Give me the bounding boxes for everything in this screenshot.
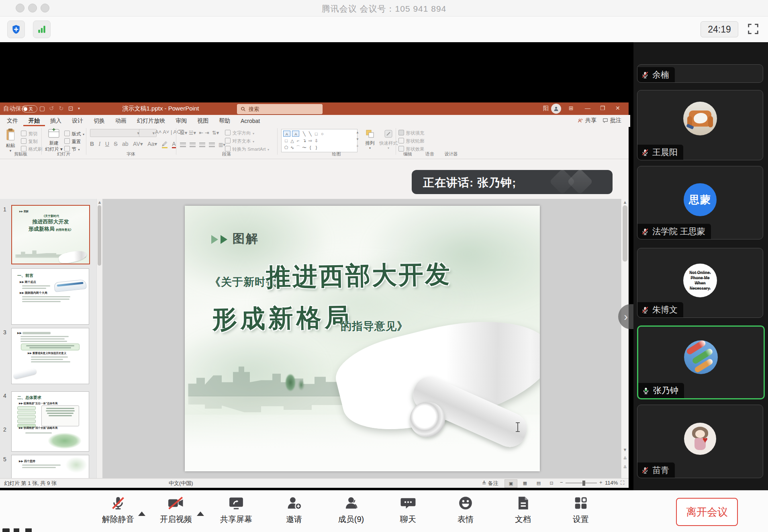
zoom-out-icon[interactable]: −	[560, 479, 563, 485]
tab-review[interactable]: 审阅	[170, 116, 192, 126]
slide-editing-area[interactable]: 图解 《关于新时代 推进西部大开发 形成新格局 的指导意见》	[185, 206, 540, 471]
notes-button[interactable]: ≜ 备注	[482, 480, 498, 487]
tab-slideshow[interactable]: 幻灯片放映	[132, 116, 170, 126]
reset-button[interactable]: 重置	[64, 137, 81, 145]
quick-access-caret-icon[interactable]: ▾	[78, 106, 80, 110]
docs-button[interactable]: 文档	[497, 495, 549, 525]
slideshow-icon[interactable]: ⊡	[68, 105, 74, 112]
fit-to-window-icon[interactable]: ⛶	[621, 480, 624, 486]
change-case-icon[interactable]: Aa▾	[147, 141, 157, 147]
char-spacing-icon[interactable]: AV▾	[133, 141, 143, 147]
slide-thumbnail-2[interactable]: 一、前言 ▶▶ 两个起点 ▶▶ 国际国内两个大局	[11, 268, 89, 325]
emoji-button[interactable]: 表情	[439, 495, 492, 525]
arrange-button[interactable]: 排列 ▾	[362, 129, 378, 150]
underline-icon[interactable]: U	[105, 141, 109, 147]
cut-button[interactable]: 剪切	[21, 130, 37, 137]
settings-button[interactable]: 设置	[555, 495, 607, 525]
comments-button[interactable]: 批注	[603, 117, 621, 124]
redo-icon[interactable]: ↻	[59, 105, 64, 112]
ppt-search-box[interactable]: 搜索	[237, 104, 323, 114]
textbox-v-icon[interactable]: A	[292, 131, 299, 137]
highlight-color-icon[interactable]: 🖉	[162, 141, 167, 148]
undo-icon[interactable]: ↺	[49, 105, 54, 112]
copy-button[interactable]: 复制	[21, 137, 37, 145]
autosave-toggle[interactable]: 关	[22, 105, 37, 113]
shapes-gallery[interactable]: A A ╲╲□○ □△⌐↴⇨⇩ ⬠∿⌒〜{}	[281, 129, 357, 152]
shapes-gallery-scroll[interactable]: ▲▼≡	[355, 129, 360, 149]
ppt-vertical-scrollbar[interactable]: ▲ ▼ ≙ ≚	[621, 199, 629, 478]
language-status[interactable]: 中文(中国)	[169, 480, 193, 487]
font-name-select[interactable]: ▾	[90, 129, 141, 137]
justify-icon[interactable]	[209, 143, 215, 147]
zoom-level[interactable]: 114%	[605, 480, 618, 486]
thumbnail-scrollbar[interactable]: ▲	[96, 199, 102, 478]
paste-button[interactable]: 粘贴 ▾	[2, 128, 18, 153]
participant-tile[interactable]: 余楠	[637, 64, 763, 83]
slideshow-view-icon[interactable]: ⊡	[545, 479, 558, 487]
share-screen-button[interactable]: 共享屏幕	[210, 495, 262, 525]
quick-styles-button[interactable]: 快速样式 ▾	[379, 129, 398, 150]
tab-insert[interactable]: 插入	[45, 116, 67, 126]
security-button[interactable]	[7, 20, 25, 38]
scrollbar-thumb[interactable]	[623, 205, 627, 262]
scroll-up-icon[interactable]: ▲	[97, 200, 102, 205]
video-options-caret[interactable]	[197, 512, 204, 516]
previous-slide-icon[interactable]: ≙	[621, 456, 629, 461]
tab-acrobat[interactable]: Acrobat	[235, 116, 265, 126]
new-slide-button[interactable]: 新建 幻灯片 ▾	[45, 128, 63, 152]
ppt-minimize-icon[interactable]: —	[585, 105, 590, 111]
next-slide-icon[interactable]: ≚	[621, 465, 629, 470]
tab-help[interactable]: 帮助	[214, 116, 235, 126]
participant-tile[interactable]: ♥ 苗青	[637, 405, 763, 478]
zoom-in-icon[interactable]: +	[599, 479, 603, 485]
normal-view-icon[interactable]: ▣	[505, 479, 517, 488]
ribbon-display-icon[interactable]: ⊞	[569, 105, 574, 111]
slide-thumbnail-5[interactable]: ▶▶ 四个坚持	[11, 455, 89, 478]
tab-view[interactable]: 视图	[192, 116, 214, 126]
chat-button[interactable]: 聊天	[382, 495, 434, 525]
user-avatar[interactable]	[551, 104, 561, 114]
invite-button[interactable]: 邀请	[268, 495, 320, 525]
tab-design[interactable]: 设计	[67, 116, 88, 126]
scroll-up-icon[interactable]: ▲	[621, 200, 629, 205]
shape-outline-button[interactable]: 形状轮廓	[398, 137, 424, 144]
mic-options-caret[interactable]	[138, 512, 145, 516]
start-video-button[interactable]: 开启视频	[150, 495, 202, 525]
slide-thumbnail-1[interactable]: ▶▶ 图解 《关于新时代 推进西部大开发 形成新格局 的指导意见》	[11, 205, 90, 264]
tab-transitions[interactable]: 切换	[88, 116, 110, 126]
zoom-slider-thumb[interactable]	[582, 481, 585, 486]
align-text-button[interactable]: 对齐文本 ▾	[225, 137, 254, 144]
tab-file[interactable]: 文件	[2, 116, 23, 126]
members-button[interactable]: 成员(9)	[325, 495, 377, 525]
scroll-down-icon[interactable]: ▼	[621, 447, 629, 452]
align-left-icon[interactable]	[180, 143, 186, 147]
slide-sorter-icon[interactable]: ▦	[519, 479, 531, 487]
share-button[interactable]: 共享	[578, 117, 596, 124]
font-color-icon[interactable]: A	[172, 141, 176, 148]
scrollbar-thumb[interactable]	[98, 205, 101, 266]
textbox-h-icon[interactable]: A	[283, 131, 290, 137]
tab-home[interactable]: 开始	[23, 116, 45, 126]
font-size-select[interactable]: ▾	[139, 129, 157, 137]
zoom-slider[interactable]	[566, 483, 597, 483]
slide-thumbnail-4[interactable]: 二、总体要求 ▶▶ 统筹推进“五位一体”总体布局 ▶▶ 协调推进“四个全面”战略…	[11, 391, 89, 452]
align-right-icon[interactable]	[199, 143, 205, 147]
font-style-buttons[interactable]: B I U S ab AV▾ Aa▾ 🖉 A	[90, 140, 179, 148]
alignment-icons[interactable]: ▥▾	[180, 142, 225, 147]
columns-icon[interactable]: ▥▾	[219, 142, 225, 147]
participant-tile[interactable]: 思蒙 法学院 王思蒙	[637, 166, 763, 239]
italic-icon[interactable]: I	[99, 141, 101, 147]
bold-icon[interactable]: B	[90, 141, 94, 147]
participant-tile-speaking[interactable]: 张乃钟	[637, 325, 765, 399]
align-center-icon[interactable]	[190, 143, 196, 147]
text-shadow-icon[interactable]: ab	[122, 141, 129, 147]
ppt-close-icon[interactable]: ✕	[615, 105, 620, 111]
leave-meeting-button[interactable]: 离开会议	[676, 498, 738, 526]
unmute-button[interactable]: 解除静音	[92, 495, 144, 525]
slide-thumbnail-3[interactable]: ▶▶ ▶▶ 重要现实意义和深远历史意义	[11, 328, 89, 384]
participant-tile[interactable]: 王晨阳	[637, 90, 763, 160]
strikethrough-icon[interactable]: S	[114, 141, 117, 147]
save-icon[interactable]: ▢	[39, 105, 45, 112]
reading-view-icon[interactable]: ▤	[533, 479, 545, 487]
list-indent-icons[interactable]: ☰▾ ☱▾ ⇤ ⇥ ⇅▾	[180, 130, 219, 136]
